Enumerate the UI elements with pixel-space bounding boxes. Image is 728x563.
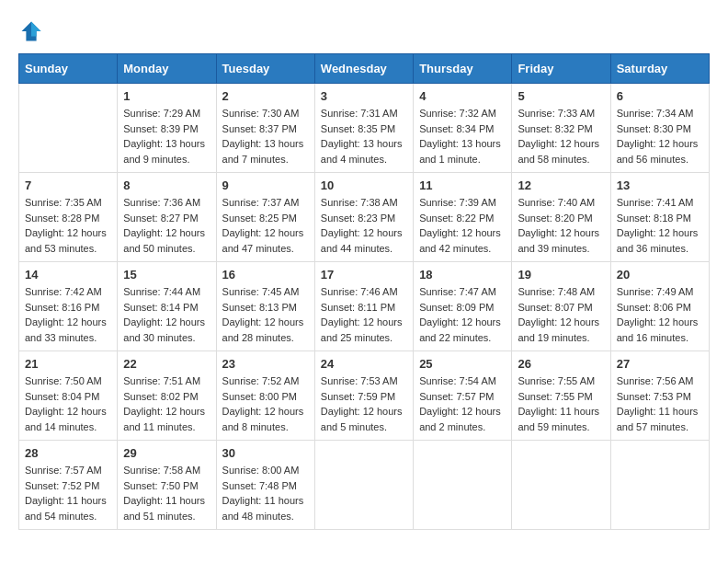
calendar-cell: 10 Sunrise: 7:38 AM Sunset: 8:23 PM Dayl… bbox=[314, 173, 413, 262]
day-number: 17 bbox=[321, 268, 407, 282]
day-info: Sunrise: 7:54 AM Sunset: 7:57 PM Dayligh… bbox=[419, 373, 506, 434]
col-tuesday: Tuesday bbox=[216, 54, 314, 84]
calendar-cell: 5 Sunrise: 7:33 AM Sunset: 8:32 PM Dayli… bbox=[512, 84, 610, 173]
daylight-text: Daylight: 12 hours and 39 minutes. bbox=[518, 227, 599, 254]
day-number: 8 bbox=[123, 178, 210, 192]
sunset-text: Sunset: 8:00 PM bbox=[222, 391, 297, 402]
day-info: Sunrise: 7:30 AM Sunset: 8:37 PM Dayligh… bbox=[222, 106, 309, 167]
col-wednesday: Wednesday bbox=[314, 54, 413, 84]
day-number: 2 bbox=[222, 89, 309, 103]
calendar-cell: 11 Sunrise: 7:39 AM Sunset: 8:22 PM Dayl… bbox=[414, 173, 512, 262]
daylight-text: Daylight: 11 hours and 48 minutes. bbox=[222, 495, 304, 522]
calendar-cell bbox=[314, 441, 413, 530]
sunset-text: Sunset: 8:20 PM bbox=[518, 213, 592, 224]
day-number: 29 bbox=[123, 446, 210, 460]
sunrise-text: Sunrise: 7:47 AM bbox=[419, 286, 496, 297]
sunrise-text: Sunrise: 7:56 AM bbox=[617, 375, 694, 386]
daylight-text: Daylight: 12 hours and 58 minutes. bbox=[518, 138, 599, 165]
sunset-text: Sunset: 8:06 PM bbox=[617, 302, 691, 313]
sunset-text: Sunset: 7:50 PM bbox=[123, 480, 198, 491]
calendar-cell: 26 Sunrise: 7:55 AM Sunset: 7:55 PM Dayl… bbox=[512, 351, 610, 441]
day-info: Sunrise: 8:00 AM Sunset: 7:48 PM Dayligh… bbox=[222, 463, 309, 523]
logo-icon bbox=[18, 18, 44, 44]
calendar-cell: 12 Sunrise: 7:40 AM Sunset: 8:20 PM Dayl… bbox=[512, 173, 610, 262]
day-info: Sunrise: 7:53 AM Sunset: 7:59 PM Dayligh… bbox=[321, 373, 407, 434]
daylight-text: Daylight: 13 hours and 7 minutes. bbox=[222, 138, 304, 165]
sunrise-text: Sunrise: 7:50 AM bbox=[25, 375, 102, 386]
day-info: Sunrise: 7:29 AM Sunset: 8:39 PM Dayligh… bbox=[123, 106, 210, 167]
sunrise-text: Sunrise: 7:37 AM bbox=[222, 197, 300, 208]
sunrise-text: Sunrise: 7:53 AM bbox=[321, 375, 398, 386]
day-number: 18 bbox=[419, 268, 506, 282]
daylight-text: Daylight: 12 hours and 33 minutes. bbox=[25, 316, 107, 343]
calendar-cell: 6 Sunrise: 7:34 AM Sunset: 8:30 PM Dayli… bbox=[610, 84, 709, 173]
daylight-text: Daylight: 12 hours and 53 minutes. bbox=[25, 227, 107, 254]
sunrise-text: Sunrise: 7:34 AM bbox=[617, 108, 694, 119]
sunrise-text: Sunrise: 8:00 AM bbox=[222, 465, 300, 476]
day-number: 23 bbox=[222, 357, 309, 371]
day-number: 13 bbox=[617, 178, 703, 192]
sunrise-text: Sunrise: 7:48 AM bbox=[518, 286, 595, 297]
week-row-2: 7 Sunrise: 7:35 AM Sunset: 8:28 PM Dayli… bbox=[19, 173, 710, 262]
daylight-text: Daylight: 12 hours and 8 minutes. bbox=[222, 406, 304, 432]
daylight-text: Daylight: 11 hours and 57 minutes. bbox=[617, 406, 699, 432]
daylight-text: Daylight: 12 hours and 16 minutes. bbox=[617, 316, 699, 343]
calendar-cell: 15 Sunrise: 7:44 AM Sunset: 8:14 PM Dayl… bbox=[118, 262, 216, 351]
calendar-cell: 25 Sunrise: 7:54 AM Sunset: 7:57 PM Dayl… bbox=[414, 351, 512, 441]
sunrise-text: Sunrise: 7:58 AM bbox=[123, 465, 200, 476]
sunrise-text: Sunrise: 7:39 AM bbox=[419, 197, 496, 208]
day-number: 11 bbox=[419, 178, 506, 192]
daylight-text: Daylight: 12 hours and 22 minutes. bbox=[419, 316, 501, 343]
calendar-cell bbox=[610, 441, 709, 530]
sunrise-text: Sunrise: 7:49 AM bbox=[617, 286, 694, 297]
calendar-cell: 3 Sunrise: 7:31 AM Sunset: 8:35 PM Dayli… bbox=[314, 84, 413, 173]
svg-marker-1 bbox=[31, 22, 41, 37]
sunrise-text: Sunrise: 7:41 AM bbox=[617, 197, 694, 208]
day-info: Sunrise: 7:32 AM Sunset: 8:34 PM Dayligh… bbox=[419, 106, 506, 167]
calendar-cell: 14 Sunrise: 7:42 AM Sunset: 8:16 PM Dayl… bbox=[19, 262, 118, 351]
day-info: Sunrise: 7:57 AM Sunset: 7:52 PM Dayligh… bbox=[25, 463, 111, 523]
daylight-text: Daylight: 12 hours and 36 minutes. bbox=[617, 227, 699, 254]
sunset-text: Sunset: 7:52 PM bbox=[25, 480, 99, 491]
sunset-text: Sunset: 8:30 PM bbox=[617, 123, 691, 134]
calendar-cell bbox=[512, 441, 610, 530]
calendar-cell: 21 Sunrise: 7:50 AM Sunset: 8:04 PM Dayl… bbox=[19, 351, 118, 441]
day-number: 22 bbox=[123, 357, 210, 371]
calendar-cell: 28 Sunrise: 7:57 AM Sunset: 7:52 PM Dayl… bbox=[19, 441, 118, 530]
daylight-text: Daylight: 12 hours and 28 minutes. bbox=[222, 316, 304, 343]
sunrise-text: Sunrise: 7:46 AM bbox=[321, 286, 398, 297]
daylight-text: Daylight: 13 hours and 4 minutes. bbox=[321, 138, 403, 165]
day-info: Sunrise: 7:37 AM Sunset: 8:25 PM Dayligh… bbox=[222, 195, 309, 256]
day-number: 26 bbox=[518, 357, 604, 371]
calendar-cell bbox=[414, 441, 512, 530]
day-info: Sunrise: 7:46 AM Sunset: 8:11 PM Dayligh… bbox=[321, 284, 407, 345]
sunset-text: Sunset: 8:14 PM bbox=[123, 302, 198, 313]
sunrise-text: Sunrise: 7:38 AM bbox=[321, 197, 398, 208]
col-thursday: Thursday bbox=[414, 54, 512, 84]
daylight-text: Daylight: 12 hours and 56 minutes. bbox=[617, 138, 699, 165]
calendar-cell bbox=[19, 84, 118, 173]
week-row-4: 21 Sunrise: 7:50 AM Sunset: 8:04 PM Dayl… bbox=[19, 351, 710, 441]
sunrise-text: Sunrise: 7:42 AM bbox=[25, 286, 102, 297]
day-number: 19 bbox=[518, 268, 604, 282]
sunset-text: Sunset: 8:37 PM bbox=[222, 123, 297, 134]
sunset-text: Sunset: 7:57 PM bbox=[419, 391, 494, 402]
daylight-text: Daylight: 11 hours and 59 minutes. bbox=[518, 406, 599, 432]
daylight-text: Daylight: 11 hours and 54 minutes. bbox=[25, 495, 107, 522]
daylight-text: Daylight: 12 hours and 2 minutes. bbox=[419, 406, 501, 432]
day-number: 12 bbox=[518, 178, 604, 192]
day-info: Sunrise: 7:52 AM Sunset: 8:00 PM Dayligh… bbox=[222, 373, 309, 434]
day-number: 16 bbox=[222, 268, 309, 282]
sunrise-text: Sunrise: 7:45 AM bbox=[222, 286, 300, 297]
sunset-text: Sunset: 8:11 PM bbox=[321, 302, 395, 313]
calendar-cell: 24 Sunrise: 7:53 AM Sunset: 7:59 PM Dayl… bbox=[314, 351, 413, 441]
daylight-text: Daylight: 12 hours and 47 minutes. bbox=[222, 227, 304, 254]
daylight-text: Daylight: 11 hours and 51 minutes. bbox=[123, 495, 205, 522]
day-number: 7 bbox=[25, 178, 111, 192]
day-number: 28 bbox=[25, 446, 111, 460]
day-number: 3 bbox=[321, 89, 407, 103]
calendar-body: 1 Sunrise: 7:29 AM Sunset: 8:39 PM Dayli… bbox=[19, 84, 710, 530]
daylight-text: Daylight: 12 hours and 19 minutes. bbox=[518, 316, 599, 343]
col-monday: Monday bbox=[118, 54, 216, 84]
calendar-cell: 16 Sunrise: 7:45 AM Sunset: 8:13 PM Dayl… bbox=[216, 262, 314, 351]
